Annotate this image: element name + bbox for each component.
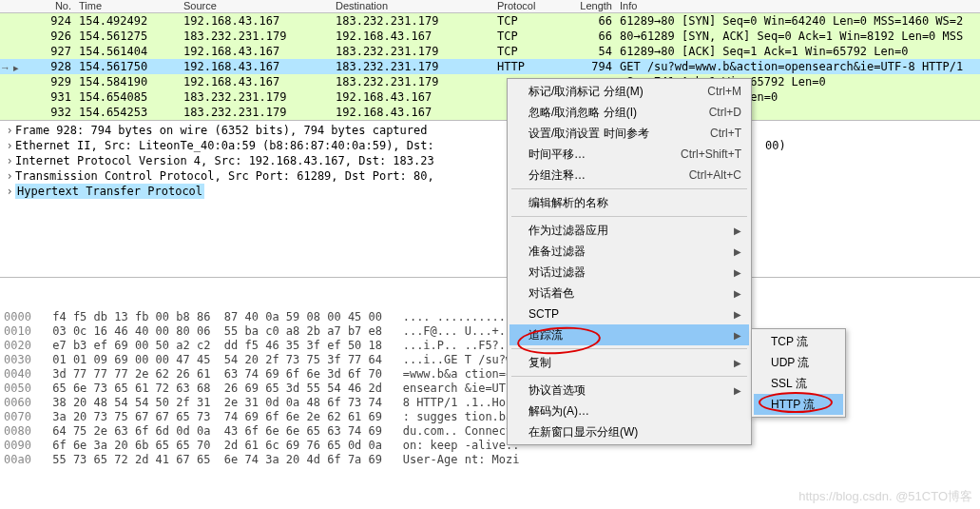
tree-frame-label: Frame 928: 794 bytes on wire (6352 bits)… [15, 123, 427, 138]
submenu-arrow-icon: ▶ [734, 385, 741, 396]
submenu-arrow-icon: ▶ [734, 246, 741, 257]
menu-separator [511, 188, 747, 189]
menu-item[interactable]: 分组注释…Ctrl+Alt+C [509, 165, 749, 186]
menu-item[interactable]: 解码为(A)… [509, 401, 749, 421]
submenu-arrow-icon: ▶ [734, 288, 741, 299]
tree-http-label: Hypertext Transfer Protocol [15, 184, 204, 199]
submenu-item[interactable]: TCP 流 [754, 331, 843, 352]
submenu-arrow-icon: ▶ [734, 358, 741, 368]
menu-item[interactable]: 忽略/取消忽略 分组(I)Ctrl+D [509, 102, 749, 123]
packet-list-header: No. Time Source Destination Protocol Len… [0, 0, 980, 13]
expander-icon[interactable]: › [4, 153, 15, 168]
submenu-arrow-icon: ▶ [734, 225, 741, 236]
col-header-time[interactable]: Time [71, 0, 176, 12]
packet-row[interactable]: 932154.654253183.232.231.179192.168.43.1… [0, 105, 980, 120]
col-header-no[interactable]: No. [0, 0, 71, 12]
submenu-arrow-icon: ▶ [734, 267, 741, 278]
col-header-dst[interactable]: Destination [328, 0, 490, 12]
tree-ip-label: Internet Protocol Version 4, Src: 192.16… [15, 153, 434, 168]
tree-http[interactable]: › Hypertext Transfer Protocol [4, 184, 980, 199]
hex-row[interactable]: 0080 64 75 2e 63 6f 6d 0d 0a 43 6f 6e 6e… [4, 424, 980, 439]
tree-eth-label: Ethernet II, Src: LiteonTe_40:0a:59 (b8:… [15, 138, 434, 153]
menu-item[interactable]: 追踪流▶ [509, 324, 749, 345]
menu-item[interactable]: 在新窗口显示分组(W) [509, 421, 749, 442]
hex-row[interactable]: 0090 6f 6e 3a 20 6b 65 65 70 2d 61 6c 69… [4, 439, 980, 453]
col-header-src[interactable]: Source [176, 0, 328, 12]
tree-tcp[interactable]: › Transmission Control Protocol, Src Por… [4, 168, 980, 184]
menu-item[interactable]: 标记/取消标记 分组(M)Ctrl+M [509, 81, 749, 102]
menu-item[interactable]: 作为过滤器应用▶ [509, 220, 749, 241]
tree-frame[interactable]: › Frame 928: 794 bytes on wire (6352 bit… [4, 123, 980, 138]
expander-icon[interactable]: › [4, 138, 15, 153]
expander-icon[interactable]: › [4, 168, 15, 184]
menu-item[interactable]: 协议首选项▶ [509, 380, 749, 401]
packet-row[interactable]: 929154.584190192.168.43.167183.232.231.1… [0, 74, 980, 89]
expander-icon[interactable]: › [4, 184, 15, 199]
context-menu[interactable]: 标记/取消标记 分组(M)Ctrl+M忽略/取消忽略 分组(I)Ctrl+D设置… [507, 78, 752, 445]
menu-separator [511, 376, 747, 377]
col-header-proto[interactable]: Protocol [490, 0, 561, 12]
col-header-len[interactable]: Length [561, 0, 616, 12]
tree-ethernet[interactable]: › Ethernet II, Src: LiteonTe_40:0a:59 (b… [4, 138, 980, 153]
menu-item[interactable]: 编辑解析的名称 [509, 192, 749, 213]
packet-row[interactable]: 927154.561404192.168.43.167183.232.231.1… [0, 44, 980, 59]
hex-row[interactable]: 00a0 55 73 65 72 2d 41 67 65 6e 74 3a 20… [4, 453, 980, 467]
packet-row[interactable]: 924154.492492192.168.43.167183.232.231.1… [0, 13, 980, 29]
menu-item[interactable]: 时间平移…Ctrl+Shift+T [509, 144, 749, 165]
watermark: https://blog.csdn. @51CTO博客 [798, 488, 972, 505]
tree-tcp-label: Transmission Control Protocol, Src Port:… [15, 168, 434, 184]
submenu-arrow-icon: ▶ [734, 309, 741, 320]
expander-icon[interactable]: › [4, 123, 15, 138]
tree-ip[interactable]: › Internet Protocol Version 4, Src: 192.… [4, 153, 980, 168]
submenu-item[interactable]: SSL 流 [754, 373, 843, 394]
menu-item[interactable]: 准备过滤器▶ [509, 241, 749, 262]
col-header-info[interactable]: Info [616, 0, 980, 12]
menu-item[interactable]: 对话过滤器▶ [509, 262, 749, 283]
menu-item[interactable]: 设置/取消设置 时间参考Ctrl+T [509, 123, 749, 144]
tree-eth-tail: 00) [765, 138, 786, 153]
packet-details-pane[interactable]: › Frame 928: 794 bytes on wire (6352 bit… [0, 120, 980, 277]
hex-row[interactable]: 0000 f4 f5 db 13 fb 00 b8 86 87 40 0a 59… [4, 310, 980, 324]
menu-item[interactable]: 对话着色▶ [509, 283, 749, 303]
packet-row[interactable]: 931154.654085183.232.231.179192.168.43.1… [0, 89, 980, 105]
packet-row[interactable]: 928154.561750192.168.43.167183.232.231.1… [0, 59, 980, 74]
menu-item[interactable]: 复制▶ [509, 352, 749, 373]
submenu-item[interactable]: UDP 流 [754, 352, 843, 373]
follow-stream-submenu[interactable]: TCP 流UDP 流SSL 流HTTP 流 [751, 328, 846, 418]
submenu-item[interactable]: HTTP 流 [754, 394, 843, 415]
menu-separator [511, 348, 747, 349]
packet-row[interactable]: 926154.561275183.232.231.179192.168.43.1… [0, 29, 980, 44]
menu-separator [511, 216, 747, 217]
packet-list[interactable]: No. Time Source Destination Protocol Len… [0, 0, 980, 120]
menu-item[interactable]: SCTP▶ [509, 303, 749, 324]
submenu-arrow-icon: ▶ [734, 330, 741, 341]
